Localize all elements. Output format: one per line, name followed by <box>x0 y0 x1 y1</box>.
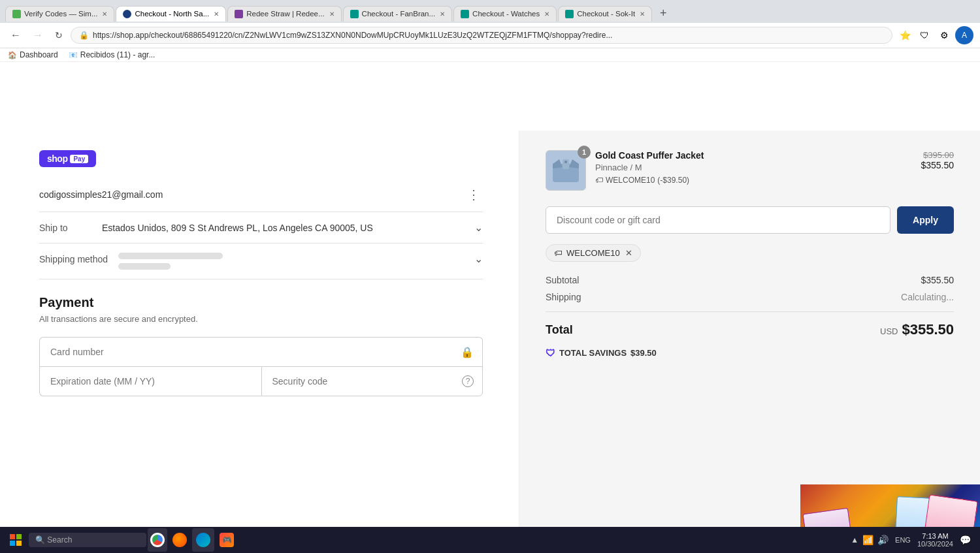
new-tab-button[interactable]: + <box>653 4 674 23</box>
product-img-wrap: 1 <box>546 150 586 191</box>
subtotal-value: $355.50 <box>921 275 954 285</box>
tab-label-3: Redee Straw | Redee... <box>246 10 324 18</box>
tab-north-sails[interactable]: Checkout - North Sa... ✕ <box>116 6 226 22</box>
chevron-down-icon: ⌄ <box>474 221 483 234</box>
bookmarks-bar: 🏠 Dashboard 📧 Recibidos (11) - agr... <box>0 48 980 62</box>
tab-redee[interactable]: Redee Straw | Redee... ✕ <box>227 6 341 22</box>
security-help-icon[interactable]: ? <box>462 375 474 387</box>
card-number-input[interactable] <box>39 337 483 366</box>
tag-icon: 🏷 <box>595 176 603 185</box>
card-details-row: ? <box>39 366 483 396</box>
product-variant: Pinnacle / M <box>595 163 921 172</box>
nav-extension-icons: ⭐ 🛡 ⚙ A <box>896 26 973 44</box>
back-button[interactable]: ← <box>7 27 25 44</box>
product-quantity-badge: 1 <box>578 146 591 159</box>
tab-verify-codes[interactable]: Verify Codes — Sim... ✕ <box>5 6 114 22</box>
product-row: 1 Gold Coast Puffer Jacket Pinnacle / M … <box>546 150 954 191</box>
profile-icon[interactable]: A <box>955 26 973 44</box>
shipping-method-row[interactable]: Shipping method ⌄ <box>39 244 483 279</box>
summary-section: Subtotal $355.50 Shipping Calculating...… <box>546 275 954 358</box>
tab-label-2: Checkout - North Sa... <box>135 10 209 18</box>
tab-sokit[interactable]: Checkout - Sok-It ✕ <box>558 6 652 22</box>
pay-badge: Pay <box>70 155 88 163</box>
total-row: Total USD $355.50 <box>546 321 954 338</box>
shipping-value: Calculating... <box>901 292 954 302</box>
taskbar-item-chrome[interactable] <box>148 528 167 552</box>
bookmark-recibidos[interactable]: 📧 Recibidos (11) - agr... <box>69 50 155 59</box>
url-bar[interactable]: 🔒 https://shop.app/checkout/68865491220/… <box>71 27 892 44</box>
discount-row: Apply <box>546 206 954 234</box>
tab-close-1[interactable]: ✕ <box>102 10 107 18</box>
language-indicator: ENG <box>895 536 911 544</box>
volume-icon[interactable]: 🔊 <box>877 535 889 545</box>
tab-watches[interactable]: Checkout - Watches ✕ <box>453 6 557 22</box>
clock[interactable]: 7:13 AM 10/30/2024 <box>917 532 953 548</box>
taskbar-item-firefox[interactable] <box>169 528 191 552</box>
tab-label-4: Checkout - FanBran... <box>362 10 436 18</box>
security-input[interactable] <box>261 366 483 396</box>
tab-close-2[interactable]: ✕ <box>214 10 219 18</box>
coupon-code: WELCOME10 <box>566 248 620 258</box>
bookmark-dashboard[interactable]: 🏠 Dashboard <box>8 50 58 59</box>
lock-icon: 🔒 <box>79 31 89 40</box>
tab-close-5[interactable]: ✕ <box>544 10 549 18</box>
shop-pay-button[interactable]: shop Pay <box>39 150 96 167</box>
ship-to-address: Estados Unidos, 809 S St Andrews PL, Los… <box>102 223 469 233</box>
tab-close-3[interactable]: ✕ <box>329 10 335 18</box>
tab-close-4[interactable]: ✕ <box>440 10 445 18</box>
extension-icon-2[interactable]: 🛡 <box>916 27 933 44</box>
start-button[interactable] <box>4 528 27 552</box>
taskbar-item-edge[interactable] <box>192 528 214 552</box>
up-arrow-icon[interactable]: ▲ <box>851 535 858 545</box>
price-sale: $355.50 <box>921 160 954 170</box>
expiry-input[interactable] <box>39 366 261 396</box>
right-panel: 1 Gold Coast Puffer Jacket Pinnacle / M … <box>519 131 980 553</box>
coupon-tag-icon: 🏷 <box>554 248 563 258</box>
discount-amount: (-$39.50) <box>657 176 689 185</box>
bookmark-label-2: Recibidos (11) - agr... <box>80 50 155 59</box>
notification-button[interactable]: 💬 <box>960 535 971 545</box>
refresh-button[interactable]: ↻ <box>51 27 67 43</box>
network-icon[interactable]: 📶 <box>862 535 874 545</box>
divider <box>546 311 954 312</box>
chevron-down-icon-2: ⌄ <box>474 253 483 265</box>
total-value: $355.50 <box>902 321 954 338</box>
apply-button[interactable]: Apply <box>897 206 954 234</box>
ship-to-row[interactable]: Ship to Estados Unidos, 809 S St Andrews… <box>39 212 483 244</box>
extension-icon-3[interactable]: ⚙ <box>936 27 953 44</box>
coupon-tag: 🏷 WELCOME10 ✕ <box>546 244 641 262</box>
payment-subtitle: All transactions are secure and encrypte… <box>39 314 483 324</box>
tab-label-5: Checkout - Watches <box>472 10 540 18</box>
search-bar[interactable]: 🔍 Search <box>29 533 146 547</box>
bookmark-label-1: Dashboard <box>20 50 58 59</box>
email-value: codigossimples21@gmail.com <box>39 189 163 200</box>
svg-rect-8 <box>10 534 15 539</box>
payment-title: Payment <box>39 295 483 310</box>
forward-button[interactable]: → <box>29 27 47 44</box>
total-currency: USD <box>880 326 898 336</box>
tab-fanbrand[interactable]: Checkout - FanBran... ✕ <box>343 6 453 22</box>
svg-marker-5 <box>569 159 579 168</box>
tab-close-6[interactable]: ✕ <box>640 10 645 18</box>
savings-shield-icon: 🛡 <box>546 347 555 358</box>
shipping-label: Shipping <box>546 292 581 302</box>
shipping-row: Shipping Calculating... <box>546 292 954 302</box>
tab-label: Verify Codes — Sim... <box>24 10 97 18</box>
date-display: 10/30/2024 <box>917 540 953 548</box>
url-text: https://shop.app/checkout/68865491220/cn… <box>93 31 612 40</box>
browser-chrome: Verify Codes — Sim... ✕ Checkout - North… <box>0 0 980 62</box>
product-discount-tag: 🏷 WELCOME10 (-$39.50) <box>595 176 921 185</box>
total-value-wrap: USD $355.50 <box>880 321 954 338</box>
taskbar-item-app[interactable]: 🎮 <box>216 528 238 552</box>
svg-rect-9 <box>16 534 22 539</box>
more-options-button[interactable]: ⋮ <box>465 187 483 202</box>
payment-section: Payment All transactions are secure and … <box>39 295 483 396</box>
expiry-wrapper <box>39 366 261 396</box>
discount-input[interactable] <box>546 206 890 234</box>
savings-row: 🛡 TOTAL SAVINGS $39.50 <box>546 347 954 358</box>
ship-to-label: Ship to <box>39 223 91 233</box>
nav-bar: ← → ↻ 🔒 https://shop.app/checkout/688654… <box>0 23 980 48</box>
time-display: 7:13 AM <box>917 532 953 540</box>
extension-icon-1[interactable]: ⭐ <box>896 27 913 44</box>
coupon-remove-button[interactable]: ✕ <box>625 248 632 258</box>
